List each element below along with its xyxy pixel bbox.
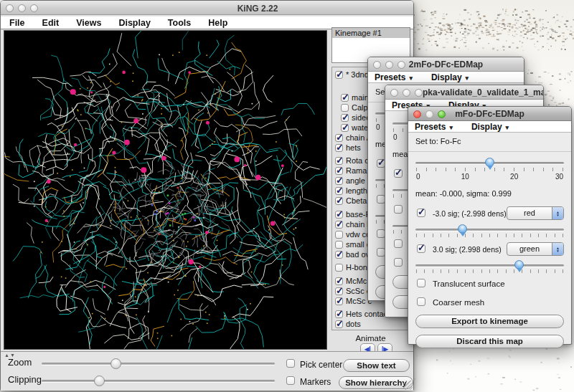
window-titlebar[interactable]: 2mFo-DFc-EDMap: [368, 57, 524, 72]
molecule-viewport[interactable]: [4, 30, 327, 350]
item-checkbox[interactable]: [335, 310, 343, 318]
main-menu-tools[interactable]: Tools: [168, 18, 191, 28]
window-controls[interactable]: [6, 4, 38, 12]
window-title: 2mFo-DFc-EDMap: [368, 59, 524, 70]
item-label: * 3dnd: [346, 70, 369, 79]
main-menu-views[interactable]: Views: [76, 18, 101, 28]
animate-label: Animate: [328, 334, 413, 343]
discard-map-button[interactable]: Discard this map: [415, 335, 564, 348]
item-checkbox[interactable]: [341, 104, 349, 112]
main-menu-display[interactable]: Display: [118, 18, 150, 28]
window-titlebar[interactable]: KiNG 2.22: [1, 1, 413, 15]
coarser-mesh-checkbox[interactable]: [417, 297, 425, 306]
window-king-main[interactable]: KiNG 2.22 FileEditViewsDisplayToolsHelp …: [0, 0, 414, 391]
menu-bar: Presets Display: [368, 72, 524, 83]
pos-sigma-checkbox[interactable]: [417, 244, 425, 253]
window-title: mFo-DFc-EDMap: [408, 109, 571, 119]
separator: [408, 151, 571, 152]
set-to-label: Set to: Fo-Fc: [415, 137, 564, 147]
item-label: dots: [346, 320, 361, 328]
pos-color-dropdown[interactable]: green: [507, 242, 564, 256]
translucent-surface-checkbox[interactable]: [394, 239, 403, 248]
clipping-slider-track[interactable]: [42, 380, 275, 382]
item-checkbox[interactable]: [335, 287, 343, 295]
markers-checkbox[interactable]: [286, 376, 295, 385]
pos-sigma-label: 3.0 sig; (2.998 dens): [433, 245, 502, 254]
neg-sigma-checkbox[interactable]: [417, 209, 425, 217]
pick-center-checkbox[interactable]: [286, 359, 295, 368]
item-checkbox[interactable]: [335, 134, 343, 142]
neg-color-dropdown[interactable]: red: [507, 206, 564, 220]
display-menu[interactable]: Display: [471, 122, 509, 132]
resize-grip[interactable]: [403, 381, 413, 390]
level-slider[interactable]: 0102030: [415, 156, 564, 188]
neg-sigma-slider-thumb[interactable]: [458, 224, 467, 234]
item-checkbox[interactable]: [341, 114, 349, 122]
item-checkbox[interactable]: [335, 231, 343, 239]
export-to-kinemage-button[interactable]: Export to kinemage: [415, 315, 564, 328]
item-checkbox[interactable]: [335, 251, 343, 259]
clipping-slider-label: Clipping: [8, 374, 42, 385]
item-checkbox[interactable]: [335, 320, 343, 328]
neg-sigma-checkbox[interactable]: [394, 169, 403, 178]
zoom-slider-track[interactable]: [42, 363, 275, 365]
sidebar-item[interactable]: dots: [332, 319, 410, 329]
molecule-render[interactable]: [4, 31, 326, 349]
close-icon[interactable]: [6, 4, 14, 12]
window-title: pka-validate_0_validate_1_ma...: [385, 87, 543, 97]
mean-sigma-label: mean: -0.000, sigma: 0.999: [415, 189, 564, 199]
show-text-button[interactable]: Show text: [343, 359, 410, 372]
item-label: chain l: [346, 220, 369, 229]
display-menu[interactable]: Display: [431, 72, 469, 82]
item-label: hets: [346, 143, 361, 152]
item-checkbox[interactable]: [335, 197, 343, 205]
dropdown-arrows-icon: [552, 243, 563, 255]
item-checkbox[interactable]: [335, 277, 343, 285]
presets-menu[interactable]: Presets: [415, 122, 453, 132]
item-label: bad ov: [346, 250, 370, 259]
dropdown-arrows-icon: [552, 207, 563, 219]
neg-sigma-slider[interactable]: [415, 224, 564, 235]
zoom-slider-thumb[interactable]: [110, 358, 121, 369]
markers-label: Markers: [300, 377, 331, 387]
zoom-icon[interactable]: [30, 4, 38, 12]
pos-sigma-slider[interactable]: [415, 259, 564, 271]
zoom-slider-label: Zoom: [8, 357, 32, 368]
item-checkbox[interactable]: [335, 241, 343, 249]
window-mfo-dfc-edmap[interactable]: mFo-DFc-EDMap Presets Display Set to: Fo…: [408, 106, 572, 345]
clipping-slider-thumb[interactable]: [94, 376, 105, 386]
item-checkbox[interactable]: [341, 124, 349, 132]
menu-bar: Presets Display: [408, 121, 571, 133]
item-checkbox[interactable]: [335, 187, 343, 195]
coarser-mesh-checkbox[interactable]: [394, 258, 403, 267]
item-checkbox[interactable]: [341, 94, 349, 102]
pos-sigma-slider-thumb[interactable]: [514, 260, 524, 269]
item-checkbox[interactable]: [335, 264, 343, 272]
main-menu-edit[interactable]: Edit: [42, 18, 60, 28]
kinemage-list-item[interactable]: Kinemage #1: [332, 28, 410, 38]
bottom-control-panel: ▲▼ Zoom Clipping Pick center Markers Sho…: [1, 351, 413, 391]
main-menu-file[interactable]: File: [9, 18, 25, 28]
window-titlebar[interactable]: pka-validate_0_validate_1_ma...: [385, 85, 543, 100]
item-checkbox[interactable]: [335, 71, 343, 79]
item-checkbox[interactable]: [335, 177, 343, 185]
item-label: length: [346, 186, 367, 195]
item-checkbox[interactable]: [335, 211, 343, 219]
window-titlebar[interactable]: mFo-DFc-EDMap: [408, 107, 571, 121]
minimize-icon[interactable]: [18, 4, 26, 12]
item-checkbox[interactable]: [335, 297, 343, 305]
show-hierarchy-button[interactable]: Show hierarchy: [339, 376, 413, 389]
item-checkbox[interactable]: [335, 221, 343, 229]
window-title: KiNG 2.22: [207, 4, 308, 14]
presets-menu[interactable]: Presets: [375, 72, 413, 82]
item-checkbox[interactable]: [335, 157, 343, 165]
main-menu-help[interactable]: Help: [208, 18, 227, 28]
pick-center-label: Pick center: [300, 360, 342, 370]
item-label: H-bon: [346, 263, 367, 272]
level-slider-thumb[interactable]: [485, 158, 494, 167]
translucent-surface-checkbox[interactable]: [417, 279, 425, 287]
item-checkbox[interactable]: [335, 144, 343, 152]
item-checkbox[interactable]: [335, 167, 343, 175]
neg-sigma-label: -3.0 sig; (-2.998 dens): [433, 209, 507, 218]
pos-sigma-checkbox[interactable]: [394, 205, 403, 214]
